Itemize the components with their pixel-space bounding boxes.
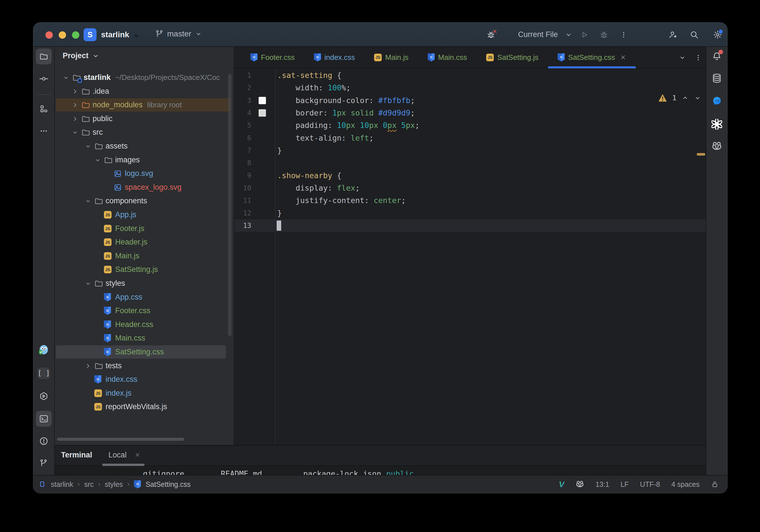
minimize-window-button[interactable]	[59, 31, 66, 39]
code-line-6[interactable]: 6 text-align: left;	[234, 132, 706, 144]
tree-vertical-scrollbar[interactable]	[228, 74, 231, 336]
tree-item-reportwebvitals-js[interactable]: JS reportWebVitals.js	[55, 400, 234, 414]
search-icon[interactable]	[690, 30, 699, 39]
editor-tab-main-css[interactable]: ≡ Main.css	[418, 47, 477, 68]
terminal-title[interactable]: Terminal	[61, 451, 92, 459]
v-plugin-icon[interactable]: V	[559, 479, 564, 489]
tree-item-public[interactable]: public	[55, 112, 234, 126]
tree-item-index-css[interactable]: ≡ index.css	[55, 372, 234, 386]
prev-warning-icon[interactable]	[682, 94, 689, 102]
settings-gear-icon[interactable]	[713, 30, 722, 39]
terminal-tab-local[interactable]: Local	[109, 451, 127, 459]
code-line-12[interactable]: 12 }	[234, 207, 706, 219]
brackets-icon[interactable]: [ ]	[36, 365, 52, 381]
more-icon[interactable]	[36, 123, 52, 139]
breadcrumb[interactable]: starlink›src›styles›≡SatSetting.css	[39, 480, 191, 489]
tree-item-footer-js[interactable]: JS Footer.js	[55, 222, 234, 235]
tree-item--idea[interactable]: .idea	[55, 84, 234, 98]
project-avatar[interactable]: S	[83, 28, 97, 41]
tree-item-styles[interactable]: styles	[55, 276, 234, 290]
run-icon[interactable]	[580, 30, 589, 39]
editor-tab-main-js[interactable]: JS Main.js	[364, 47, 418, 68]
services-icon[interactable]	[36, 388, 52, 404]
debug-icon[interactable]	[599, 30, 608, 39]
color-preview-chip[interactable]	[259, 97, 266, 104]
code-editor[interactable]: 1 .sat-setting { 2 width: 100%; 3 backgr…	[234, 69, 706, 445]
tree-chevron-icon[interactable]	[63, 74, 72, 81]
tree-item-satsetting-css[interactable]: ≡ SatSetting.css	[55, 345, 234, 359]
commit-icon[interactable]	[36, 71, 52, 87]
tree-horizontal-scrollbar[interactable]	[57, 438, 184, 441]
tree-chevron-icon[interactable]	[85, 198, 94, 205]
zoom-window-button[interactable]	[72, 31, 79, 39]
project-name[interactable]: starlink	[101, 30, 129, 39]
tree-item-header-js[interactable]: JS Header.js	[55, 235, 234, 249]
tree-item-footer-css[interactable]: ≡ Footer.css	[55, 304, 234, 318]
assistant-monkey-icon[interactable]	[576, 480, 584, 489]
terminal-icon[interactable]	[36, 411, 52, 427]
code-line-9[interactable]: 9 .show-nearby {	[234, 169, 706, 182]
color-preview-chip[interactable]	[259, 109, 266, 117]
editor-tab-satsetting-js[interactable]: JS SatSetting.js	[477, 47, 548, 68]
breadcrumb-item[interactable]: starlink	[51, 480, 73, 489]
inspections-widget[interactable]: 1	[658, 94, 701, 102]
assistant-monkey-icon[interactable]	[710, 139, 724, 153]
problems-icon[interactable]	[36, 433, 52, 449]
lock-icon[interactable]	[711, 480, 719, 488]
tree-chevron-icon[interactable]	[72, 102, 81, 109]
tree-item-header-css[interactable]: ≡ Header.css	[55, 318, 234, 331]
debugger-disconnected-icon[interactable]	[487, 30, 496, 39]
tree-item-index-js[interactable]: JS index.js	[55, 386, 234, 400]
tree-chevron-icon[interactable]	[72, 129, 81, 136]
tree-chevron-icon[interactable]	[85, 363, 94, 369]
editor-tab-footer-css[interactable]: ≡ Footer.css	[241, 47, 304, 68]
close-icon[interactable]	[134, 452, 141, 458]
tree-chevron-icon[interactable]	[85, 280, 94, 287]
tree-chevron-icon[interactable]	[72, 116, 81, 122]
project-folder-icon[interactable]	[36, 49, 52, 64]
code-line-8[interactable]: 8	[234, 157, 706, 169]
tree-chevron-icon[interactable]	[94, 157, 104, 164]
add-user-icon[interactable]	[668, 30, 677, 39]
tree-item-src[interactable]: src	[55, 125, 234, 139]
tree-item-logo-svg[interactable]: logo.svg	[55, 167, 234, 180]
git-icon[interactable]	[36, 455, 52, 471]
tree-item-satsetting-js[interactable]: JS SatSetting.js	[55, 263, 234, 276]
chevron-down-icon[interactable]	[679, 54, 686, 61]
code-line-2[interactable]: 2 width: 100%;	[234, 82, 706, 94]
encoding[interactable]: UTF-8	[640, 480, 660, 489]
code-line-4[interactable]: 4 border: 1px solid #d9d9d9;	[234, 107, 706, 119]
editor-tab-satsetting-css[interactable]: ≡ SatSetting.css	[548, 47, 636, 68]
editor-tab-index-css[interactable]: ≡ index.css	[304, 47, 364, 68]
run-config-selector[interactable]: Current File	[513, 30, 563, 39]
code-line-7[interactable]: 7 }	[234, 144, 706, 157]
tree-chevron-icon[interactable]	[72, 88, 81, 95]
tree-item-assets[interactable]: assets	[55, 139, 234, 153]
code-line-11[interactable]: 11 justify-content: center;	[234, 194, 706, 207]
tree-chevron-icon[interactable]	[85, 143, 94, 150]
tree-item-images[interactable]: images	[55, 153, 234, 167]
gopher-plugin-icon[interactable]	[36, 342, 52, 358]
indent-setting[interactable]: 4 spaces	[671, 480, 699, 489]
line-ending[interactable]: LF	[621, 480, 629, 489]
tree-item-app-js[interactable]: JS App.js	[55, 208, 234, 222]
code-line-1[interactable]: 1 .sat-setting {	[234, 69, 706, 82]
code-line-3[interactable]: 3 background-color: #fbfbfb;	[234, 94, 706, 107]
openai-icon[interactable]	[710, 118, 724, 131]
code-line-13[interactable]: 13	[234, 219, 706, 232]
close-window-button[interactable]	[45, 31, 53, 39]
branch-widget[interactable]: master	[155, 29, 202, 38]
tree-item-starlink[interactable]: starlink ~/Desktop/Projects/SpaceX/Coc	[55, 71, 234, 84]
breadcrumb-item[interactable]: styles	[105, 480, 123, 489]
tree-item-main-js[interactable]: JS Main.js	[55, 249, 234, 263]
more-options-icon[interactable]	[619, 30, 628, 39]
breadcrumb-item[interactable]: SatSetting.css	[145, 480, 191, 489]
tree-item-tests[interactable]: tests	[55, 359, 234, 373]
tree-item-node-modules[interactable]: node_modules library root	[55, 98, 234, 112]
code-line-10[interactable]: 10 display: flex;	[234, 182, 706, 194]
chat-icon[interactable]	[710, 94, 724, 108]
breadcrumb-item[interactable]: src	[84, 480, 94, 489]
caret-position[interactable]: 13:1	[595, 480, 609, 489]
project-panel-header[interactable]: Project	[63, 51, 99, 60]
close-icon[interactable]	[620, 54, 626, 61]
